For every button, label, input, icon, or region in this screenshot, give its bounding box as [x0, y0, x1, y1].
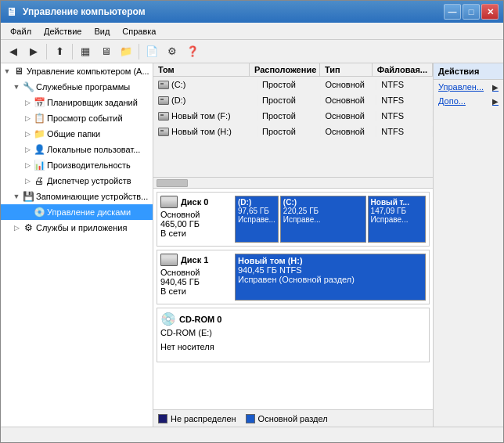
computer-button[interactable]: 🖥: [96, 42, 115, 61]
diskmgr-icon: 💿: [33, 206, 45, 218]
perf-icon: 📊: [33, 159, 45, 171]
toggle-root[interactable]: ▼: [2, 67, 12, 76]
actions-label-0: Управлен...: [438, 82, 484, 92]
tree-label-users: Локальные пользоват...: [47, 145, 140, 154]
legend-box-primary: [246, 414, 255, 423]
actions-label-1: Допо...: [438, 96, 466, 106]
toggle-scheduler[interactable]: ▷: [23, 98, 32, 107]
tree-item-root[interactable]: ▼ 🖥 Управление компьютером (А...: [1, 63, 153, 79]
toolbar-separator-3: [139, 44, 139, 59]
settings-button[interactable]: ⚙: [163, 42, 182, 61]
tree-label-diskmgr: Управление дисками: [47, 207, 131, 217]
help-button[interactable]: ❓: [183, 42, 202, 61]
tree-item-events[interactable]: ▷ 📋 Просмотр событий: [1, 110, 153, 126]
toggle-users[interactable]: ▷: [23, 145, 32, 154]
cdrom-0-type: CD-ROM (E:): [160, 328, 232, 337]
tree-label-storage: Запоминающие устройств...: [36, 192, 148, 201]
tree-item-storage[interactable]: ▼ 💾 Запоминающие устройств...: [1, 189, 153, 204]
table-header: Том Расположение Тип Файловая...: [153, 63, 433, 77]
toggle-diskmgr[interactable]: [23, 207, 32, 217]
table-row[interactable]: Новый том (H:) Простой Основной NTFS: [153, 124, 433, 139]
disk-icon-2: [158, 112, 169, 121]
table-row[interactable]: (C:) Простой Основной NTFS: [153, 77, 433, 92]
maximize-button[interactable]: □: [463, 4, 480, 20]
disk-0-partition-2[interactable]: Новый т... 147,09 ГБ Исправе...: [368, 196, 426, 243]
cell-fail-0: NTFS: [376, 79, 433, 90]
tree-item-folders[interactable]: ▷ 📁 Общие папки: [1, 126, 153, 142]
tree-item-users[interactable]: ▷ 👤 Локальные пользоват...: [1, 142, 153, 157]
toggle-perf[interactable]: ▷: [23, 160, 32, 170]
tree-item-utilities[interactable]: ▼ 🔧 Служебные программы: [1, 79, 153, 95]
toggle-storage[interactable]: ▼: [12, 192, 21, 201]
cdrom-0-info: 💿 CD-ROM 0 CD-ROM (E:) Нет носителя: [160, 312, 235, 358]
back-button[interactable]: ◀: [4, 42, 23, 61]
toggle-utilities[interactable]: ▼: [12, 82, 21, 92]
cell-tom-1: (D:): [153, 95, 257, 106]
legend-bar: Не распределен Основной раздел: [153, 409, 433, 427]
cell-tom-0: (C:): [153, 79, 257, 90]
disk-0-block: Диск 0 Основной 465,00 ГБ В сети (D:) 97…: [157, 192, 430, 247]
toggle-devmgr[interactable]: ▷: [23, 176, 32, 185]
export-button[interactable]: 📄: [142, 42, 161, 61]
cell-tom-3: Новый том (H:): [153, 126, 257, 137]
p2-label: Новый т...: [371, 198, 423, 207]
table-row[interactable]: (D:) Простой Основной NTFS: [153, 92, 433, 108]
p2-size: 147,09 ГБ: [371, 207, 423, 215]
menu-file[interactable]: Файл: [4, 25, 38, 38]
disk-1-partition-0[interactable]: Новый том (H:) 940,45 ГБ NTFS Исправен (…: [235, 254, 426, 301]
show-hide-button[interactable]: ▦: [76, 42, 95, 61]
actions-item-0[interactable]: Управлен... ▶: [434, 80, 503, 94]
toggle-services[interactable]: ▷: [12, 223, 21, 232]
col-tom[interactable]: Том: [153, 63, 250, 76]
disk-0-type: Основной: [160, 210, 232, 219]
actions-item-1[interactable]: Допо... ▶: [434, 94, 503, 108]
menu-help[interactable]: Справка: [116, 25, 162, 38]
col-raspolozenie[interactable]: Расположение: [250, 63, 320, 76]
disk-0-partition-1[interactable]: (C:) 220,25 ГБ Исправе...: [280, 196, 366, 243]
tree-item-devmgr[interactable]: ▷ 🖨 Диспетчер устройств: [1, 173, 153, 189]
tree-label-devmgr: Диспетчер устройств: [47, 176, 131, 185]
tree-item-scheduler[interactable]: ▷ 📅 Планировщик заданий: [1, 95, 153, 110]
status-bar: [1, 427, 503, 442]
disk-1-size: 940,45 ГБ: [160, 277, 232, 286]
cell-rasp-0: Простой: [257, 79, 320, 90]
col-tip[interactable]: Тип: [320, 63, 373, 76]
scheduler-icon: 📅: [33, 96, 45, 109]
table-row[interactable]: Новый том (F:) Простой Основной NTFS: [153, 108, 433, 124]
tree-item-perf[interactable]: ▷ 📊 Производительность: [1, 157, 153, 173]
toggle-folders[interactable]: ▷: [23, 129, 32, 139]
forward-button[interactable]: ▶: [24, 42, 43, 61]
disk-1-block: Диск 1 Основной 940,45 ГБ В сети Новый т…: [157, 250, 430, 304]
up-button[interactable]: ⬆: [50, 42, 69, 61]
devmgr-icon: 🖨: [33, 175, 45, 187]
disk-icon-1: [158, 96, 169, 105]
utilities-icon: 🔧: [22, 81, 34, 93]
cell-rasp-2: Простой: [257, 110, 320, 121]
table-hscrollbar[interactable]: [153, 177, 433, 188]
actions-arrow-0: ▶: [492, 83, 499, 92]
close-button[interactable]: ✕: [481, 4, 499, 20]
legend-unalloc: Не распределен: [158, 414, 236, 423]
volumes-table: Том Расположение Тип Файловая... (C:) Пр…: [153, 63, 433, 189]
app-icon: 🖥: [5, 5, 18, 18]
col-failovaya[interactable]: Файловая...: [373, 63, 433, 76]
toggle-events[interactable]: ▷: [23, 113, 32, 123]
root-icon: 🖥: [13, 65, 25, 77]
tree-item-services[interactable]: ▷ ⚙ Службы и приложения: [1, 220, 153, 236]
disk-0-info: Диск 0 Основной 465,00 ГБ В сети: [160, 196, 235, 243]
disk-0-partition-0[interactable]: (D:) 97,65 ГБ Исправе...: [235, 196, 279, 243]
legend-label-primary: Основной раздел: [258, 414, 328, 423]
disk-1-partitions: Новый том (H:) 940,45 ГБ NTFS Исправен (…: [235, 254, 426, 301]
minimize-button[interactable]: —: [444, 4, 461, 20]
menu-action[interactable]: Действие: [38, 25, 88, 38]
tree-item-diskmgr[interactable]: 💿 Управление дисками: [1, 204, 153, 220]
cdrom-0-status: Нет носителя: [160, 342, 232, 351]
folder-button[interactable]: 📁: [117, 42, 135, 61]
disk-0-size: 465,00 ГБ: [160, 219, 232, 229]
d1p0-size: 940,45 ГБ NTFS: [238, 265, 423, 275]
disk-icon-0: [158, 81, 169, 89]
legend-primary: Основной раздел: [246, 414, 328, 423]
p1-status: Исправе...: [283, 215, 363, 224]
menu-view[interactable]: Вид: [88, 25, 116, 38]
toolbar-separator-1: [46, 44, 47, 59]
